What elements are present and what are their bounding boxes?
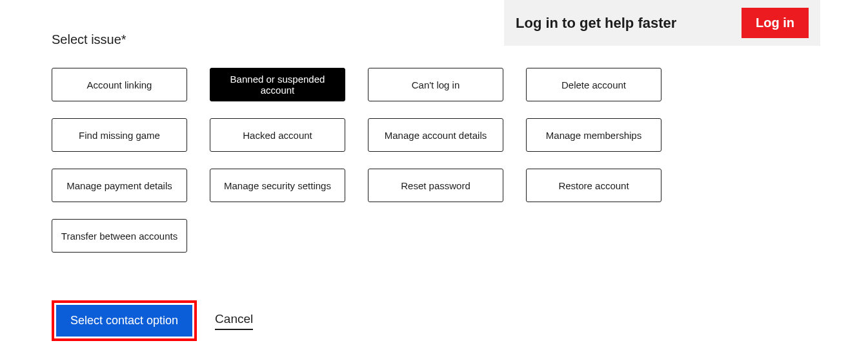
content-area: Select issue* Account linking Banned or … <box>52 32 671 341</box>
issue-banned-or-suspended-account[interactable]: Banned or suspended account <box>210 68 345 101</box>
login-button[interactable]: Log in <box>742 8 809 38</box>
issue-delete-account[interactable]: Delete account <box>526 68 661 101</box>
issue-hacked-account[interactable]: Hacked account <box>210 118 345 152</box>
action-row: Select contact option Cancel <box>52 300 671 341</box>
issue-find-missing-game[interactable]: Find missing game <box>52 118 187 152</box>
issue-restore-account[interactable]: Restore account <box>526 169 661 202</box>
issue-manage-security-settings[interactable]: Manage security settings <box>210 169 345 202</box>
primary-button-highlight: Select contact option <box>52 300 197 341</box>
login-banner-text: Log in to get help faster <box>516 15 676 32</box>
select-issue-heading: Select issue* <box>52 32 671 47</box>
issue-manage-account-details[interactable]: Manage account details <box>368 118 503 152</box>
issue-manage-memberships[interactable]: Manage memberships <box>526 118 661 152</box>
issue-grid: Account linking Banned or suspended acco… <box>52 68 671 253</box>
issue-account-linking[interactable]: Account linking <box>52 68 187 101</box>
issue-transfer-between-accounts[interactable]: Transfer between accounts <box>52 219 187 253</box>
issue-cant-log-in[interactable]: Can't log in <box>368 68 503 101</box>
cancel-link[interactable]: Cancel <box>215 312 253 330</box>
select-contact-option-button[interactable]: Select contact option <box>56 305 192 337</box>
issue-manage-payment-details[interactable]: Manage payment details <box>52 169 187 202</box>
issue-reset-password[interactable]: Reset password <box>368 169 503 202</box>
